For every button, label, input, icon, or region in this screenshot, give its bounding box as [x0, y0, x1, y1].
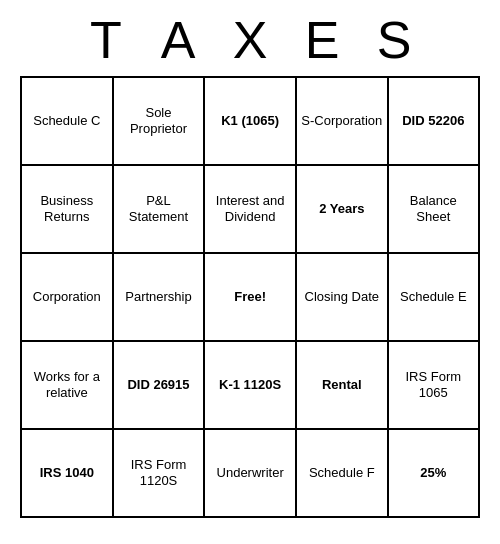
cell-r1-c2: Interest and Dividend: [204, 165, 296, 253]
cell-r2-c2: Free!: [204, 253, 296, 341]
cell-r3-c0: Works for a relative: [21, 341, 113, 429]
cell-r0-c0: Schedule C: [21, 77, 113, 165]
cell-r4-c0: IRS 1040: [21, 429, 113, 517]
cell-r1-c4: Balance Sheet: [388, 165, 479, 253]
bingo-grid: Schedule CSole ProprietorK1 (1065)S-Corp…: [20, 76, 480, 518]
cell-r0-c3: S-Corporation: [296, 77, 388, 165]
title-letter-e: E: [286, 10, 358, 70]
cell-r4-c3: Schedule F: [296, 429, 388, 517]
title-letter-a: A: [142, 10, 214, 70]
cell-r4-c2: Underwriter: [204, 429, 296, 517]
cell-r1-c3: 2 Years: [296, 165, 388, 253]
cell-r2-c1: Partnership: [113, 253, 205, 341]
cell-r3-c1: DID 26915: [113, 341, 205, 429]
title-letter-x: X: [214, 10, 286, 70]
cell-r2-c4: Schedule E: [388, 253, 479, 341]
cell-r3-c4: IRS Form 1065: [388, 341, 479, 429]
cell-r0-c4: DID 52206: [388, 77, 479, 165]
cell-r0-c2: K1 (1065): [204, 77, 296, 165]
title-letter-t: T: [70, 10, 142, 70]
title-letter-s: S: [358, 10, 430, 70]
cell-r2-c3: Closing Date: [296, 253, 388, 341]
cell-r3-c3: Rental: [296, 341, 388, 429]
cell-r4-c1: IRS Form 1120S: [113, 429, 205, 517]
cell-r2-c0: Corporation: [21, 253, 113, 341]
cell-r3-c2: K-1 1120S: [204, 341, 296, 429]
cell-r4-c4: 25%: [388, 429, 479, 517]
cell-r1-c0: Business Returns: [21, 165, 113, 253]
title-row: T A X E S: [20, 0, 480, 76]
cell-r1-c1: P&L Statement: [113, 165, 205, 253]
cell-r0-c1: Sole Proprietor: [113, 77, 205, 165]
